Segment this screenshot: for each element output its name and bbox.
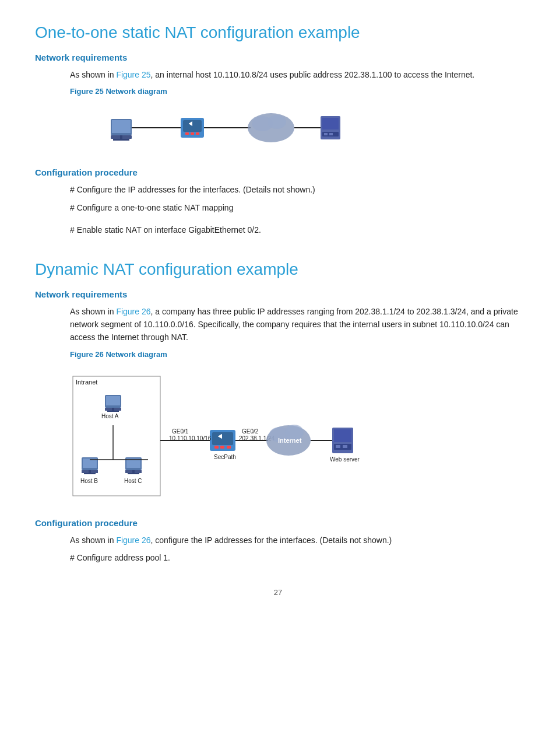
section1-fig25-link[interactable]: Figure 25	[116, 70, 150, 79]
svg-rect-65	[334, 429, 351, 442]
svg-rect-67	[336, 445, 340, 448]
section1-nr-suffix: , an internal host 10.110.10.8/24 uses p…	[151, 70, 475, 79]
section1-figure25-label: Figure 25 Network diagram	[70, 87, 521, 96]
section2-network-req-text: As shown in Figure 26, a company has thr…	[70, 305, 521, 344]
section2-network-req-heading: Network requirements	[35, 289, 521, 299]
svg-rect-39	[128, 473, 139, 474]
svg-rect-28	[112, 408, 114, 411]
svg-text:SecPath: SecPath	[214, 454, 236, 460]
section2-config-prefix: As shown in	[70, 536, 116, 545]
svg-rect-68	[343, 445, 347, 448]
section2-figure26-label: Figure 26 Network diagram	[70, 350, 521, 359]
svg-rect-21	[324, 133, 328, 135]
section2-title: Dynamic NAT configuration example	[35, 260, 521, 279]
svg-rect-35	[89, 470, 91, 473]
svg-rect-11	[191, 132, 194, 135]
svg-text:Host A: Host A	[101, 413, 119, 419]
svg-rect-26	[107, 411, 119, 412]
section1-nr-prefix: As shown in	[70, 70, 116, 79]
svg-rect-41	[132, 470, 135, 473]
section1-network-req-text: As shown in Figure 25, an internal host …	[70, 68, 521, 81]
figure26-diagram: Intranet Host A	[70, 365, 521, 506]
section1-title: One-to-one static NAT configuration exam…	[35, 23, 521, 42]
svg-rect-51	[220, 446, 224, 449]
section2-config-item-2: # Configure address pool 1.	[70, 551, 521, 564]
svg-text:Host B: Host B	[80, 478, 98, 484]
svg-rect-27	[106, 396, 120, 405]
section2-config-item-1: As shown in Figure 26, configure the IP …	[70, 534, 521, 547]
svg-text:Host C: Host C	[124, 478, 142, 484]
svg-rect-50	[214, 446, 219, 449]
svg-text:Internet: Internet	[278, 437, 302, 444]
svg-rect-52	[227, 446, 231, 449]
svg-rect-22	[329, 133, 333, 135]
svg-rect-19	[322, 118, 339, 130]
svg-rect-10	[185, 132, 189, 135]
svg-text:Web server: Web server	[330, 456, 360, 463]
section2-nr-prefix: As shown in	[70, 307, 116, 316]
fig26-intranet-label: Intranet	[76, 379, 97, 386]
figure25-diagram	[105, 102, 521, 156]
section1-config-item-1: # Configure the IP addresses for the int…	[70, 183, 521, 196]
svg-text:10.110.10.10/16: 10.110.10.10/16	[169, 435, 212, 442]
svg-rect-3	[112, 120, 131, 133]
section2: Dynamic NAT configuration example Networ…	[35, 260, 521, 565]
section2-config-suffix: , configure the IP addresses for the int…	[151, 536, 392, 545]
figure25-svg	[105, 102, 350, 154]
svg-point-16	[268, 115, 286, 129]
svg-rect-33	[84, 473, 96, 474]
section1-config-item-2: # Configure a one-to-one static NAT mapp…	[70, 201, 521, 214]
section1-config-item-3: # Enable static NAT on interface Gigabit…	[70, 223, 521, 236]
figure26-svg: Intranet Host A	[70, 365, 361, 505]
svg-text:GE0/1: GE0/1	[172, 428, 189, 435]
svg-rect-47	[212, 432, 233, 445]
svg-text:GE0/2: GE0/2	[242, 428, 259, 435]
section1: One-to-one static NAT configuration exam…	[35, 23, 521, 237]
section1-config-proc-heading: Configuration procedure	[35, 167, 521, 177]
svg-rect-4	[120, 135, 122, 139]
svg-rect-12	[196, 132, 199, 135]
section1-network-req-heading: Network requirements	[35, 52, 521, 62]
section2-config-proc-heading: Configuration procedure	[35, 518, 521, 528]
section2-fig26-link[interactable]: Figure 26	[116, 307, 150, 316]
page-number: 27	[35, 588, 521, 597]
section2-config-fig-link[interactable]: Figure 26	[116, 536, 150, 545]
